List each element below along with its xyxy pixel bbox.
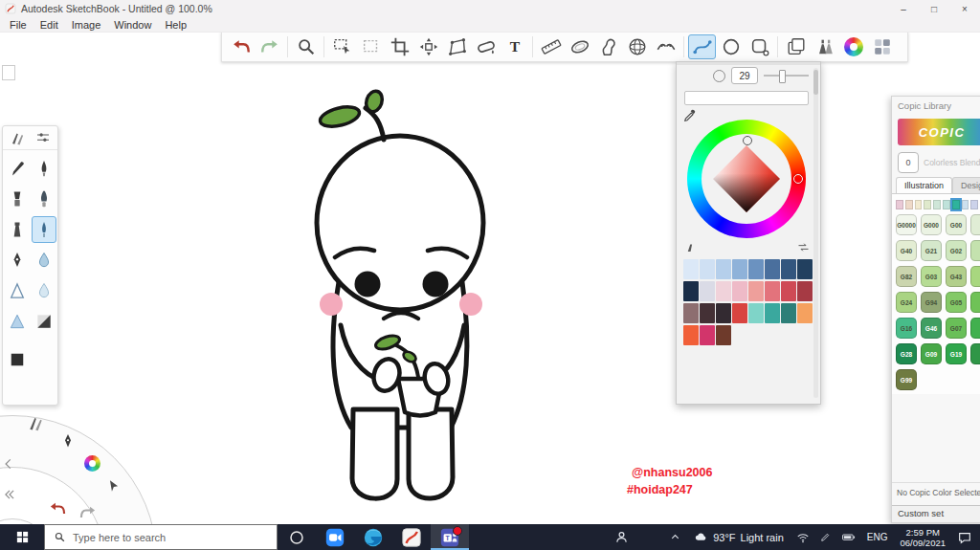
family-swatch[interactable] xyxy=(970,200,978,209)
brush-solid-square[interactable] xyxy=(5,346,30,373)
color-swatch[interactable] xyxy=(748,303,764,323)
copic-chip-G05[interactable]: G05 xyxy=(946,292,967,313)
copic-chip-G43[interactable]: G43 xyxy=(946,266,967,287)
weather-widget[interactable]: 93°F Light rain xyxy=(686,530,791,544)
color-swatch[interactable] xyxy=(683,325,699,345)
tool-predictive-stroke[interactable] xyxy=(688,34,716,59)
color-swatch[interactable] xyxy=(732,281,747,301)
start-button[interactable] xyxy=(0,524,44,550)
color-swatch[interactable] xyxy=(781,303,796,323)
blender-chip[interactable]: 0 xyxy=(898,152,919,173)
family-swatch[interactable] xyxy=(933,200,941,209)
tool-distort[interactable] xyxy=(443,34,471,59)
saturation-bar[interactable] xyxy=(684,91,809,105)
menu-image[interactable]: Image xyxy=(65,19,108,31)
taskbar-app-cortana[interactable] xyxy=(278,524,316,550)
tool-ruler[interactable] xyxy=(537,34,565,59)
copic-chip-G00[interactable]: G00 xyxy=(946,214,967,235)
taskbar-search[interactable]: Type here to search xyxy=(44,524,278,550)
color-swatch[interactable] xyxy=(683,281,699,301)
people-icon[interactable] xyxy=(606,524,637,550)
lagoon-redo-icon[interactable] xyxy=(78,503,98,522)
family-swatch[interactable] xyxy=(962,200,969,209)
color-swatch[interactable] xyxy=(716,281,731,301)
color-swatch[interactable] xyxy=(797,281,813,301)
brush-eraser[interactable] xyxy=(32,308,56,335)
eyedropper-icon[interactable] xyxy=(682,108,698,123)
brush-marker[interactable] xyxy=(5,186,30,212)
tool-french-curve[interactable] xyxy=(594,34,622,59)
colorless-blender-row[interactable]: 0 Colorless Blender xyxy=(898,152,980,173)
taskbar-app-sketchbook[interactable] xyxy=(392,524,431,550)
brush-airbrush[interactable] xyxy=(5,216,30,243)
color-swatch[interactable] xyxy=(797,303,813,323)
copic-chip-G24[interactable]: G24 xyxy=(896,292,917,313)
color-panel-scrollbar[interactable] xyxy=(813,68,818,398)
action-center-icon[interactable] xyxy=(951,530,980,545)
color-swatch[interactable] xyxy=(683,303,699,323)
brush-water-drop[interactable] xyxy=(32,247,56,274)
tool-ellipse-tool[interactable] xyxy=(717,34,745,59)
color-swatch[interactable] xyxy=(781,281,796,301)
color-swatch[interactable] xyxy=(765,303,780,323)
brush-brush[interactable] xyxy=(32,155,56,182)
family-swatch[interactable] xyxy=(924,200,931,209)
lagoon-collapse-icon[interactable] xyxy=(2,457,15,471)
tool-redo[interactable] xyxy=(256,34,283,59)
tool-copic-library[interactable] xyxy=(811,34,838,59)
tool-symmetry[interactable] xyxy=(652,34,679,59)
language-indicator[interactable]: ENG xyxy=(860,532,895,542)
tool-fill[interactable] xyxy=(472,34,500,59)
color-swatch[interactable] xyxy=(716,259,731,279)
copic-chip-G28[interactable]: G28 xyxy=(896,343,917,364)
lagoon-double-chevron-icon[interactable] xyxy=(3,488,16,501)
menu-help[interactable]: Help xyxy=(158,19,193,31)
brush-pencil[interactable] xyxy=(5,155,30,182)
tool-transform[interactable] xyxy=(414,34,442,59)
taskbar-app-zoom[interactable] xyxy=(316,524,354,550)
copic-chip[interactable] xyxy=(970,240,980,261)
maximize-button[interactable]: □ xyxy=(919,0,949,17)
taskbar-app-teams[interactable]: T xyxy=(431,524,469,550)
copic-chip-G82[interactable]: G82 xyxy=(896,266,917,287)
lagoon-color-wheel-icon[interactable] xyxy=(84,455,100,472)
color-swatch[interactable] xyxy=(716,303,731,323)
panel-handle[interactable] xyxy=(2,65,15,80)
family-swatch[interactable] xyxy=(905,200,913,209)
marker-tip-icon[interactable] xyxy=(684,240,699,254)
copic-chip-G03[interactable]: G03 xyxy=(921,266,942,287)
color-swatch[interactable] xyxy=(700,325,715,345)
copic-chip-G16[interactable]: G16 xyxy=(896,318,917,339)
copic-chip-G21[interactable]: G21 xyxy=(921,240,942,261)
menu-window[interactable]: Window xyxy=(107,19,158,31)
copic-chip-G02[interactable]: G02 xyxy=(946,240,967,261)
tool-ellipse-guide[interactable] xyxy=(566,34,593,59)
hidden-icons-chevron[interactable] xyxy=(664,524,686,550)
pen-icon[interactable] xyxy=(814,524,836,550)
tool-color-palette[interactable] xyxy=(868,34,896,59)
double-brush-icon[interactable] xyxy=(10,129,27,146)
brush-wedge[interactable] xyxy=(5,308,30,335)
color-swatch[interactable] xyxy=(765,259,780,279)
copic-chip[interactable] xyxy=(970,292,980,313)
brush-smear[interactable] xyxy=(5,277,30,304)
copic-chip-G94[interactable]: G94 xyxy=(921,292,942,313)
brush-soft-drop[interactable] xyxy=(32,277,56,304)
copic-chip-G000[interactable]: G000 xyxy=(921,214,942,235)
brush-ink-pen[interactable] xyxy=(5,247,30,274)
tool-layer-editor[interactable] xyxy=(782,34,810,59)
color-swatch[interactable] xyxy=(700,303,715,323)
color-swatch[interactable] xyxy=(732,303,747,323)
copic-chip[interactable] xyxy=(970,214,980,235)
color-swatch[interactable] xyxy=(748,281,764,301)
family-swatch[interactable] xyxy=(915,200,923,209)
color-swatch[interactable] xyxy=(683,259,699,279)
copic-chip-G99[interactable]: G99 xyxy=(896,369,917,390)
copic-chip-G46[interactable]: G46 xyxy=(921,318,942,339)
copic-chip[interactable] xyxy=(970,318,980,339)
tool-undo[interactable] xyxy=(227,34,255,59)
tool-crop[interactable] xyxy=(386,34,413,59)
brush-flow-brush[interactable] xyxy=(32,216,56,243)
size-slider[interactable] xyxy=(764,75,809,77)
color-wheel[interactable] xyxy=(687,120,806,238)
